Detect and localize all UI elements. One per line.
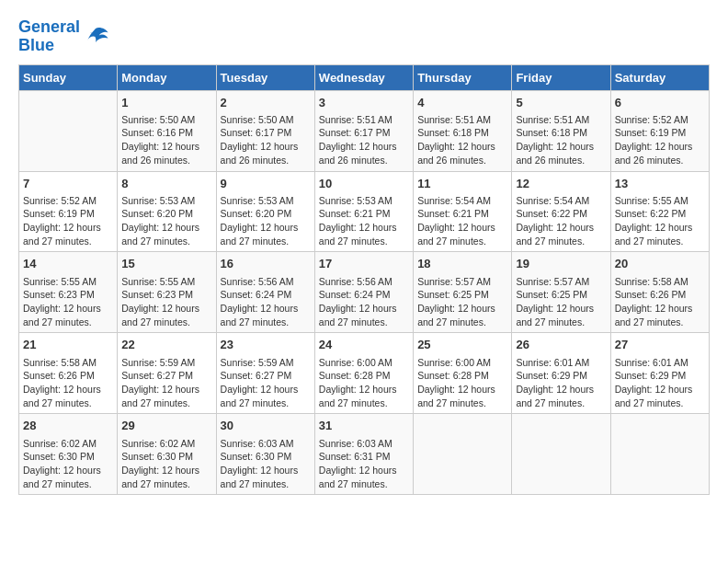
- day-number: 21: [23, 337, 113, 353]
- calendar-cell: 7Sunrise: 5:52 AM Sunset: 6:19 PM Daylig…: [19, 171, 118, 252]
- week-row-4: 21Sunrise: 5:58 AM Sunset: 6:26 PM Dayli…: [19, 333, 710, 414]
- col-header-thursday: Thursday: [414, 64, 512, 90]
- calendar-cell: 21Sunrise: 5:58 AM Sunset: 6:26 PM Dayli…: [19, 333, 118, 414]
- logo: General Blue: [18, 18, 109, 55]
- day-info: Sunrise: 5:51 AM Sunset: 6:17 PM Dayligh…: [319, 113, 409, 167]
- week-row-2: 7Sunrise: 5:52 AM Sunset: 6:19 PM Daylig…: [19, 171, 710, 252]
- day-info: Sunrise: 5:50 AM Sunset: 6:17 PM Dayligh…: [221, 113, 311, 167]
- day-info: Sunrise: 6:02 AM Sunset: 6:30 PM Dayligh…: [121, 437, 211, 491]
- calendar-cell: 18Sunrise: 5:57 AM Sunset: 6:25 PM Dayli…: [414, 252, 512, 333]
- calendar-cell: 31Sunrise: 6:03 AM Sunset: 6:31 PM Dayli…: [314, 414, 413, 495]
- day-number: 4: [417, 95, 507, 111]
- calendar-cell: 29Sunrise: 6:02 AM Sunset: 6:30 PM Dayli…: [118, 414, 216, 495]
- day-info: Sunrise: 6:02 AM Sunset: 6:30 PM Dayligh…: [23, 437, 113, 491]
- day-info: Sunrise: 5:59 AM Sunset: 6:27 PM Dayligh…: [121, 356, 211, 410]
- calendar-cell: 15Sunrise: 5:55 AM Sunset: 6:23 PM Dayli…: [118, 252, 216, 333]
- day-number: 30: [221, 418, 311, 434]
- calendar-cell: 3Sunrise: 5:51 AM Sunset: 6:17 PM Daylig…: [314, 90, 413, 171]
- calendar-cell: 16Sunrise: 5:56 AM Sunset: 6:24 PM Dayli…: [216, 252, 314, 333]
- day-number: 17: [319, 256, 409, 272]
- calendar-cell: 11Sunrise: 5:54 AM Sunset: 6:21 PM Dayli…: [414, 171, 512, 252]
- day-number: 20: [615, 256, 705, 272]
- week-row-1: 1Sunrise: 5:50 AM Sunset: 6:16 PM Daylig…: [19, 90, 710, 171]
- calendar-header-row: SundayMondayTuesdayWednesdayThursdayFrid…: [19, 64, 710, 90]
- day-info: Sunrise: 5:55 AM Sunset: 6:22 PM Dayligh…: [615, 194, 705, 248]
- calendar-cell: 9Sunrise: 5:53 AM Sunset: 6:20 PM Daylig…: [216, 171, 314, 252]
- calendar-cell: 22Sunrise: 5:59 AM Sunset: 6:27 PM Dayli…: [118, 333, 216, 414]
- calendar-cell: [512, 414, 610, 495]
- day-info: Sunrise: 5:55 AM Sunset: 6:23 PM Dayligh…: [23, 275, 113, 329]
- day-number: 31: [319, 418, 409, 434]
- day-number: 29: [121, 418, 211, 434]
- week-row-5: 28Sunrise: 6:02 AM Sunset: 6:30 PM Dayli…: [19, 414, 710, 495]
- day-info: Sunrise: 5:56 AM Sunset: 6:24 PM Dayligh…: [319, 275, 409, 329]
- calendar-cell: 8Sunrise: 5:53 AM Sunset: 6:20 PM Daylig…: [118, 171, 216, 252]
- day-info: Sunrise: 5:59 AM Sunset: 6:27 PM Dayligh…: [221, 356, 311, 410]
- day-number: 15: [121, 256, 211, 272]
- calendar-cell: 28Sunrise: 6:02 AM Sunset: 6:30 PM Dayli…: [19, 414, 118, 495]
- day-info: Sunrise: 5:58 AM Sunset: 6:26 PM Dayligh…: [615, 275, 705, 329]
- day-info: Sunrise: 5:51 AM Sunset: 6:18 PM Dayligh…: [417, 113, 507, 167]
- day-number: 24: [319, 337, 409, 353]
- col-header-monday: Monday: [118, 64, 216, 90]
- logo-text: General Blue: [18, 18, 80, 55]
- col-header-sunday: Sunday: [19, 64, 118, 90]
- col-header-saturday: Saturday: [610, 64, 709, 90]
- day-info: Sunrise: 6:01 AM Sunset: 6:29 PM Dayligh…: [615, 356, 705, 410]
- calendar-cell: 5Sunrise: 5:51 AM Sunset: 6:18 PM Daylig…: [512, 90, 610, 171]
- calendar-cell: 1Sunrise: 5:50 AM Sunset: 6:16 PM Daylig…: [118, 90, 216, 171]
- day-number: 18: [417, 256, 507, 272]
- calendar-cell: 23Sunrise: 5:59 AM Sunset: 6:27 PM Dayli…: [216, 333, 314, 414]
- day-number: 28: [23, 418, 113, 434]
- logo-bird-icon: [82, 23, 109, 51]
- day-info: Sunrise: 6:03 AM Sunset: 6:31 PM Dayligh…: [319, 437, 409, 491]
- day-info: Sunrise: 5:50 AM Sunset: 6:16 PM Dayligh…: [121, 113, 211, 167]
- day-number: 6: [615, 95, 705, 111]
- day-number: 11: [417, 176, 507, 192]
- day-number: 12: [516, 176, 606, 192]
- day-info: Sunrise: 6:00 AM Sunset: 6:28 PM Dayligh…: [417, 356, 507, 410]
- day-number: 19: [516, 256, 606, 272]
- day-info: Sunrise: 5:53 AM Sunset: 6:20 PM Dayligh…: [121, 194, 211, 248]
- calendar-table: SundayMondayTuesdayWednesdayThursdayFrid…: [18, 64, 710, 496]
- calendar-cell: 24Sunrise: 6:00 AM Sunset: 6:28 PM Dayli…: [314, 333, 413, 414]
- col-header-wednesday: Wednesday: [314, 64, 413, 90]
- day-info: Sunrise: 5:54 AM Sunset: 6:22 PM Dayligh…: [516, 194, 606, 248]
- calendar-cell: 4Sunrise: 5:51 AM Sunset: 6:18 PM Daylig…: [414, 90, 512, 171]
- calendar-cell: 2Sunrise: 5:50 AM Sunset: 6:17 PM Daylig…: [216, 90, 314, 171]
- col-header-tuesday: Tuesday: [216, 64, 314, 90]
- calendar-cell: 17Sunrise: 5:56 AM Sunset: 6:24 PM Dayli…: [314, 252, 413, 333]
- calendar-cell: 25Sunrise: 6:00 AM Sunset: 6:28 PM Dayli…: [414, 333, 512, 414]
- day-info: Sunrise: 5:52 AM Sunset: 6:19 PM Dayligh…: [615, 113, 705, 167]
- day-info: Sunrise: 5:55 AM Sunset: 6:23 PM Dayligh…: [121, 275, 211, 329]
- calendar-cell: 19Sunrise: 5:57 AM Sunset: 6:25 PM Dayli…: [512, 252, 610, 333]
- day-number: 23: [221, 337, 311, 353]
- day-info: Sunrise: 6:01 AM Sunset: 6:29 PM Dayligh…: [516, 356, 606, 410]
- day-number: 2: [221, 95, 311, 111]
- day-number: 25: [417, 337, 507, 353]
- day-info: Sunrise: 5:51 AM Sunset: 6:18 PM Dayligh…: [516, 113, 606, 167]
- calendar-cell: 12Sunrise: 5:54 AM Sunset: 6:22 PM Dayli…: [512, 171, 610, 252]
- day-info: Sunrise: 5:58 AM Sunset: 6:26 PM Dayligh…: [23, 356, 113, 410]
- calendar-cell: 30Sunrise: 6:03 AM Sunset: 6:30 PM Dayli…: [216, 414, 314, 495]
- day-info: Sunrise: 5:53 AM Sunset: 6:20 PM Dayligh…: [221, 194, 311, 248]
- page-header: General Blue: [18, 18, 710, 55]
- calendar-cell: 20Sunrise: 5:58 AM Sunset: 6:26 PM Dayli…: [610, 252, 709, 333]
- day-number: 8: [121, 176, 211, 192]
- day-info: Sunrise: 5:52 AM Sunset: 6:19 PM Dayligh…: [23, 194, 113, 248]
- calendar-cell: 14Sunrise: 5:55 AM Sunset: 6:23 PM Dayli…: [19, 252, 118, 333]
- day-number: 1: [121, 95, 211, 111]
- day-number: 27: [615, 337, 705, 353]
- calendar-cell: [414, 414, 512, 495]
- day-info: Sunrise: 5:53 AM Sunset: 6:21 PM Dayligh…: [319, 194, 409, 248]
- day-number: 3: [319, 95, 409, 111]
- calendar-cell: [19, 90, 118, 171]
- day-number: 16: [221, 256, 311, 272]
- day-info: Sunrise: 5:54 AM Sunset: 6:21 PM Dayligh…: [417, 194, 507, 248]
- day-info: Sunrise: 5:57 AM Sunset: 6:25 PM Dayligh…: [516, 275, 606, 329]
- calendar-cell: 27Sunrise: 6:01 AM Sunset: 6:29 PM Dayli…: [610, 333, 709, 414]
- day-number: 14: [23, 256, 113, 272]
- day-info: Sunrise: 6:00 AM Sunset: 6:28 PM Dayligh…: [319, 356, 409, 410]
- day-number: 5: [516, 95, 606, 111]
- day-info: Sunrise: 5:56 AM Sunset: 6:24 PM Dayligh…: [221, 275, 311, 329]
